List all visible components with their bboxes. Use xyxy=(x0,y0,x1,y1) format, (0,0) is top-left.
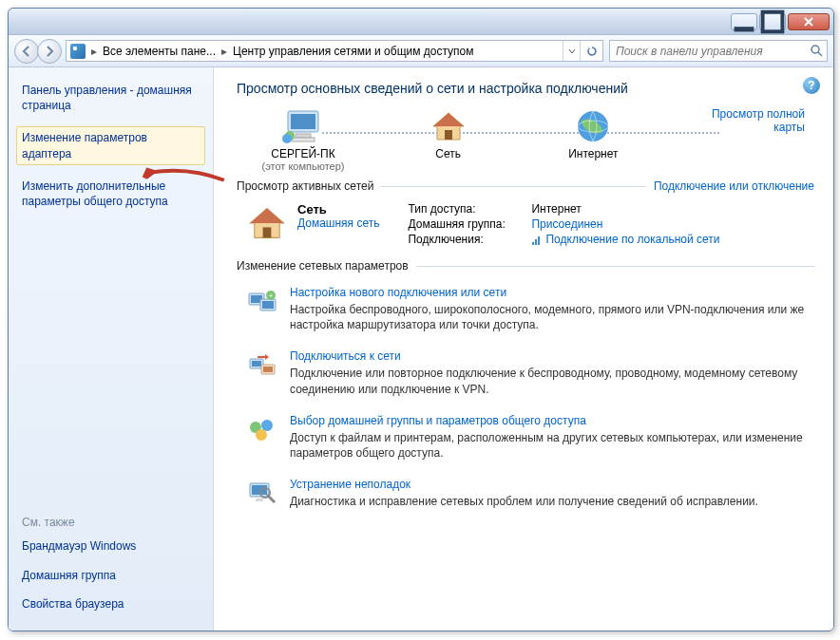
map-node-internet[interactable]: Интернет xyxy=(536,107,650,160)
task-title-link[interactable]: Настройка нового подключения или сети xyxy=(290,286,814,299)
address-bar[interactable]: ▸ Все элементы пане... ▸ Центр управлени… xyxy=(66,40,603,62)
task-title-link[interactable]: Устранение неполадок xyxy=(290,478,758,491)
svg-rect-4 xyxy=(291,114,315,129)
section-change-settings: Изменение сетевых параметров xyxy=(237,259,814,273)
svg-rect-5 xyxy=(296,134,311,138)
house-icon xyxy=(246,202,288,244)
connections-label: Подключения: xyxy=(408,233,531,246)
svg-rect-15 xyxy=(538,236,540,245)
task-new-connection: + Настройка нового подключения или сети … xyxy=(237,286,814,332)
maximize-button[interactable] xyxy=(759,13,786,30)
network-type-link[interactable]: Домашняя сеть xyxy=(297,216,379,230)
homegroup-label: Домашняя группа: xyxy=(408,217,531,231)
svg-rect-0 xyxy=(735,27,754,31)
active-network-block: Сеть Домашняя сеть Тип доступа:Интернет … xyxy=(237,202,814,248)
task-homegroup: Выбор домашней группы и параметров общег… xyxy=(237,414,814,461)
svg-point-28 xyxy=(256,429,267,441)
svg-rect-25 xyxy=(263,367,273,372)
map-node-label: Сеть xyxy=(435,147,461,160)
chevron-right-icon: ▸ xyxy=(220,45,229,58)
sidebar-link-firewall[interactable]: Брандмауэр Windows xyxy=(22,538,200,554)
network-name: Сеть xyxy=(297,202,379,216)
help-icon[interactable]: ? xyxy=(803,77,820,94)
breadcrumb-parent[interactable]: Все элементы пане... xyxy=(99,45,220,58)
minimize-button[interactable] xyxy=(731,13,757,30)
address-dropdown-button[interactable] xyxy=(563,41,580,61)
network-details: Тип доступа:Интернет Домашняя группа:При… xyxy=(408,202,719,248)
homegroup-link[interactable]: Присоединен xyxy=(531,217,602,231)
svg-point-27 xyxy=(261,420,273,431)
map-node-label: Интернет xyxy=(568,147,618,160)
task-desc: Диагностика и исправление сетевых пробле… xyxy=(290,494,758,509)
task-desc: Настройка беспроводного, широкополосного… xyxy=(290,302,814,332)
sidebar-link-homegroup[interactable]: Домашняя группа xyxy=(22,568,200,583)
search-input[interactable] xyxy=(610,45,806,58)
svg-point-2 xyxy=(811,46,819,53)
new-connection-icon: + xyxy=(246,286,278,318)
connection-link[interactable]: Подключение по локальной сети xyxy=(531,233,719,246)
close-button[interactable] xyxy=(788,13,830,30)
sidebar-link-browser-props[interactable]: Свойства браузера xyxy=(22,596,200,612)
svg-rect-12 xyxy=(263,227,272,237)
svg-rect-6 xyxy=(292,138,315,141)
svg-rect-1 xyxy=(763,11,783,31)
map-connector-line xyxy=(322,132,719,134)
search-box[interactable] xyxy=(609,40,828,62)
access-type-label: Тип доступа: xyxy=(408,202,531,216)
svg-rect-31 xyxy=(256,499,263,501)
task-desc: Доступ к файлам и принтерам, расположенн… xyxy=(290,430,814,461)
computer-icon xyxy=(282,107,324,145)
section-label: Просмотр активных сетей xyxy=(237,179,373,193)
map-node-sublabel: (этот компьютер) xyxy=(261,160,344,172)
chevron-right-icon: ▸ xyxy=(89,45,99,58)
titlebar xyxy=(9,9,833,35)
toolbar: ▸ Все элементы пане... ▸ Центр управлени… xyxy=(9,35,833,67)
control-panel-window: ▸ Все элементы пане... ▸ Центр управлени… xyxy=(8,8,834,631)
task-title-link[interactable]: Подключиться к сети xyxy=(290,349,814,363)
control-panel-icon xyxy=(70,44,86,59)
sidebar-home-link[interactable]: Панель управления - домашняя страница xyxy=(22,83,200,113)
task-connect-network: Подключиться к сети Подключение или повт… xyxy=(237,349,814,396)
homegroup-icon xyxy=(246,414,278,446)
view-full-map-link[interactable]: Просмотр полной карты xyxy=(681,107,805,134)
refresh-button[interactable] xyxy=(580,41,602,61)
window-body: Панель управления - домашняя страница Из… xyxy=(9,67,833,631)
main-content: ? Просмотр основных сведений о сети и на… xyxy=(214,67,833,631)
map-node-this-pc[interactable]: СЕРГЕЙ-ПК (этот компьютер) xyxy=(246,107,360,172)
breadcrumb-current[interactable]: Центр управления сетями и общим доступом xyxy=(229,45,478,58)
svg-rect-30 xyxy=(252,485,267,495)
svg-rect-13 xyxy=(532,242,534,245)
connect-disconnect-link[interactable]: Подключение или отключение xyxy=(654,179,814,193)
network-icon xyxy=(430,107,468,145)
section-active-networks: Просмотр активных сетей Подключение или … xyxy=(237,179,814,193)
task-title-link[interactable]: Выбор домашней группы и параметров общег… xyxy=(290,414,814,427)
page-title: Просмотр основных сведений о сети и наст… xyxy=(237,81,814,96)
signal-icon xyxy=(531,235,543,246)
svg-rect-19 xyxy=(262,301,274,309)
troubleshoot-icon xyxy=(246,478,278,510)
sidebar: Панель управления - домашняя страница Из… xyxy=(9,67,214,631)
back-button[interactable] xyxy=(14,39,39,64)
connect-network-icon xyxy=(246,349,278,382)
svg-rect-9 xyxy=(445,130,452,140)
access-type-value: Интернет xyxy=(531,202,581,216)
svg-point-8 xyxy=(282,134,292,143)
see-also-label: См. также xyxy=(22,516,200,529)
forward-button[interactable] xyxy=(37,39,62,64)
svg-rect-23 xyxy=(252,361,261,367)
search-icon[interactable] xyxy=(806,45,827,57)
map-node-network[interactable]: Сеть xyxy=(391,107,506,160)
task-troubleshoot: Устранение неполадок Диагностика и испра… xyxy=(237,478,814,510)
svg-text:+: + xyxy=(269,292,274,300)
section-label: Изменение сетевых параметров xyxy=(237,259,409,273)
map-node-label: СЕРГЕЙ-ПК xyxy=(271,147,334,160)
nav-arrows xyxy=(14,39,60,64)
task-desc: Подключение или повторное подключение к … xyxy=(290,366,814,396)
svg-rect-14 xyxy=(535,239,537,245)
globe-icon xyxy=(574,107,612,145)
network-map: СЕРГЕЙ-ПК (этот компьютер) Сеть Интернет… xyxy=(237,107,814,172)
